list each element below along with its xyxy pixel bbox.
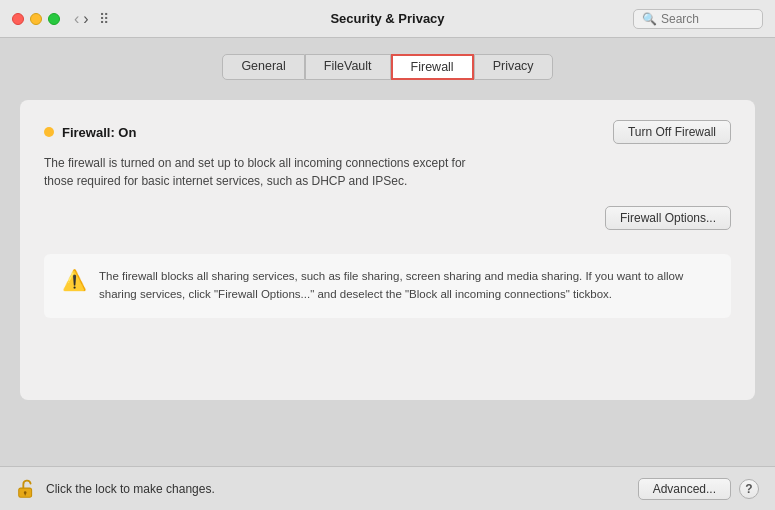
main-content: General FileVault Firewall Privacy Firew… (0, 38, 775, 466)
tabs-bar: General FileVault Firewall Privacy (20, 54, 755, 80)
bottom-right: Advanced... ? (638, 478, 759, 500)
tab-general[interactable]: General (222, 54, 304, 80)
firewall-description: The firewall is turned on and set up to … (44, 154, 474, 190)
warning-text: The firewall blocks all sharing services… (99, 268, 713, 304)
maximize-button[interactable] (48, 13, 60, 25)
warning-icon: ⚠️ (62, 268, 87, 304)
tab-privacy[interactable]: Privacy (474, 54, 553, 80)
warning-box: ⚠️ The firewall blocks all sharing servi… (44, 254, 731, 318)
forward-arrow[interactable]: › (83, 11, 88, 27)
firewall-status-text: Firewall: On (62, 125, 136, 140)
turn-off-firewall-button[interactable]: Turn Off Firewall (613, 120, 731, 144)
tab-filevault[interactable]: FileVault (305, 54, 391, 80)
firewall-panel: Firewall: On Turn Off Firewall The firew… (20, 100, 755, 400)
svg-rect-2 (25, 493, 26, 495)
firewall-status-label: Firewall: On (44, 125, 136, 140)
minimize-button[interactable] (30, 13, 42, 25)
back-arrow[interactable]: ‹ (74, 11, 79, 27)
bottom-bar: Click the lock to make changes. Advanced… (0, 466, 775, 510)
lock-label: Click the lock to make changes. (46, 482, 215, 496)
lock-area[interactable]: Click the lock to make changes. (16, 478, 215, 500)
title-bar: ‹ › ⠿ Security & Privacy 🔍 (0, 0, 775, 38)
status-dot (44, 127, 54, 137)
firewall-options-button[interactable]: Firewall Options... (605, 206, 731, 230)
help-button[interactable]: ? (739, 479, 759, 499)
search-input[interactable] (661, 12, 754, 26)
window-title: Security & Privacy (330, 11, 444, 26)
tab-firewall[interactable]: Firewall (391, 54, 474, 80)
search-icon: 🔍 (642, 12, 657, 26)
grid-icon[interactable]: ⠿ (99, 11, 109, 27)
lock-icon (16, 478, 38, 500)
nav-arrows: ‹ › (74, 11, 89, 27)
close-button[interactable] (12, 13, 24, 25)
search-bar[interactable]: 🔍 (633, 9, 763, 29)
advanced-button[interactable]: Advanced... (638, 478, 731, 500)
traffic-lights (12, 13, 60, 25)
firewall-status-row: Firewall: On Turn Off Firewall (44, 120, 731, 144)
